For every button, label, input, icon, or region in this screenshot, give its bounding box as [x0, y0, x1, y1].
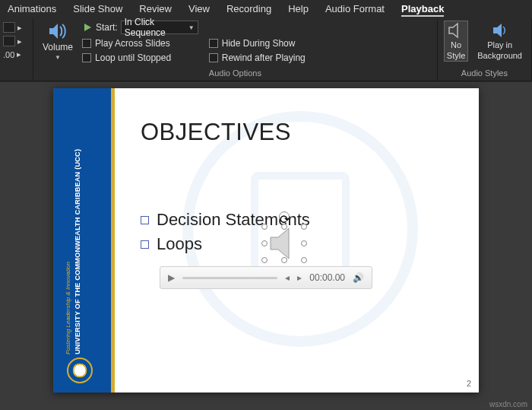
checkbox[interactable] — [82, 53, 91, 62]
no-style-icon — [448, 22, 464, 39]
tab-help[interactable]: Help — [288, 3, 309, 14]
play-in-background-button[interactable]: Play in Background — [474, 21, 525, 62]
ribbon-group-cropped: ▸ ▸ .00▸ — [0, 19, 33, 81]
ribbon-tabs: Animations Slide Show Review View Record… — [0, 0, 532, 16]
bullet-icon — [141, 240, 149, 249]
rotate-handle[interactable]: ⟳ — [279, 211, 290, 222]
audio-object[interactable]: ⟳ — [264, 227, 304, 260]
spinner-box[interactable] — [3, 36, 15, 46]
tab-review[interactable]: Review — [139, 3, 172, 14]
resize-handle[interactable] — [281, 257, 287, 263]
bullet-2: Loops — [157, 234, 202, 254]
check-rewind-after-playing[interactable]: Rewind after Playing — [209, 52, 306, 63]
seek-track[interactable] — [182, 277, 277, 279]
org-name: UNIVERSITY OF THE COMMONWEALTH CARIBBEAN… — [74, 149, 82, 354]
start-value: In Click Sequence — [125, 17, 188, 38]
tab-audio-format[interactable]: Audio Format — [325, 3, 385, 14]
next-frame-button[interactable]: ▸ — [297, 272, 302, 283]
chevron-down-icon: ▼ — [55, 54, 61, 61]
checkbox[interactable] — [209, 39, 218, 48]
resize-handle[interactable] — [261, 240, 268, 246]
volume-icon — [48, 22, 68, 40]
group-label-audio-styles: Audio Styles — [444, 67, 525, 79]
ribbon: ▸ ▸ .00▸ Volume ▼ Start: In Click Sequen… — [0, 16, 532, 81]
tab-animations[interactable]: Animations — [8, 3, 56, 14]
prev-frame-button[interactable]: ◂ — [285, 272, 290, 283]
check-play-across-slides[interactable]: Play Across Slides — [82, 38, 198, 49]
bullet-icon — [141, 216, 149, 224]
checkbox[interactable] — [82, 39, 91, 48]
resize-handle[interactable] — [301, 257, 307, 263]
volume-small-button[interactable]: 🔊 — [353, 272, 364, 283]
slide-workspace: OBJECTIVES Decision Statements Loops ⟳ ▶… — [0, 82, 532, 410]
spinner-box[interactable] — [3, 22, 15, 33]
no-style-button[interactable]: No Style — [444, 21, 468, 62]
slide-number: 2 — [467, 379, 471, 388]
audio-player-bar: ▶ ◂ ▸ 00:00.00 🔊 — [160, 266, 372, 289]
play-button[interactable]: ▶ — [168, 272, 175, 283]
resize-handle[interactable] — [281, 224, 287, 230]
checkbox[interactable] — [209, 53, 218, 62]
check-hide-during-show[interactable]: Hide During Show — [209, 38, 306, 49]
cropped-value: .00 — [3, 50, 14, 59]
speaker-icon — [264, 227, 304, 260]
image-watermark: wsxdn.com — [489, 400, 527, 408]
slide-title: OBJECTIVES — [141, 119, 291, 146]
volume-button[interactable]: Volume ▼ — [40, 21, 76, 62]
tab-recording[interactable]: Recording — [226, 3, 271, 14]
svg-marker-0 — [84, 24, 91, 31]
start-label: Start: — [96, 22, 118, 33]
tab-view[interactable]: View — [188, 3, 210, 14]
group-label-audio-options: Audio Options — [40, 67, 431, 79]
resize-handle[interactable] — [261, 224, 268, 230]
play-background-icon — [492, 22, 508, 39]
slide-canvas[interactable]: OBJECTIVES Decision Statements Loops ⟳ ▶… — [53, 88, 479, 393]
org-tagline: Fostering Leadership & Innovation — [65, 262, 71, 354]
slide-gold-divider — [111, 88, 115, 393]
resize-handle[interactable] — [301, 240, 307, 246]
check-loop-until-stopped[interactable]: Loop until Stopped — [82, 52, 198, 63]
org-logo — [67, 358, 93, 383]
start-icon — [82, 22, 93, 33]
tab-slide-show[interactable]: Slide Show — [73, 3, 122, 14]
resize-handle[interactable] — [301, 224, 307, 230]
start-dropdown[interactable]: In Click Sequence ▼ — [121, 21, 198, 34]
tab-playback[interactable]: Playback — [401, 3, 444, 14]
time-display: 00:00.00 — [309, 272, 345, 283]
volume-label: Volume — [43, 42, 73, 52]
resize-handle[interactable] — [261, 257, 268, 263]
chevron-down-icon: ▼ — [188, 24, 195, 31]
slide-sidebar-band — [53, 88, 111, 393]
